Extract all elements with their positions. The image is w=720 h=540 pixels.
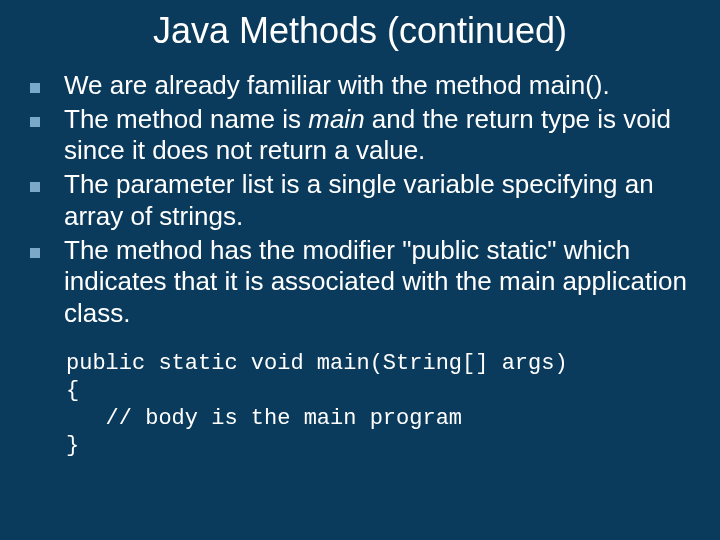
bullet-icon [30, 248, 40, 258]
bullet-text: The method has the modifier "public stat… [64, 235, 696, 330]
text-italic: main [308, 104, 364, 134]
list-item: We are already familiar with the method … [30, 70, 696, 102]
slide: Java Methods (continued) We are already … [0, 0, 720, 540]
text-pre: The parameter list is a single variable … [64, 169, 654, 231]
text-pre: The method has the modifier "public stat… [64, 235, 687, 328]
bullet-text: We are already familiar with the method … [64, 70, 610, 102]
list-item: The method has the modifier "public stat… [30, 235, 696, 330]
bullet-list: We are already familiar with the method … [0, 70, 720, 330]
bullet-icon [30, 83, 40, 93]
bullet-text: The method name is main and the return t… [64, 104, 696, 167]
slide-title: Java Methods (continued) [0, 0, 720, 70]
bullet-icon [30, 117, 40, 127]
list-item: The method name is main and the return t… [30, 104, 696, 167]
text-pre: We are already familiar with the method … [64, 70, 610, 100]
bullet-text: The parameter list is a single variable … [64, 169, 696, 232]
code-block: public static void main(String[] args) {… [0, 332, 720, 460]
text-pre: The method name is [64, 104, 308, 134]
bullet-icon [30, 182, 40, 192]
list-item: The parameter list is a single variable … [30, 169, 696, 232]
